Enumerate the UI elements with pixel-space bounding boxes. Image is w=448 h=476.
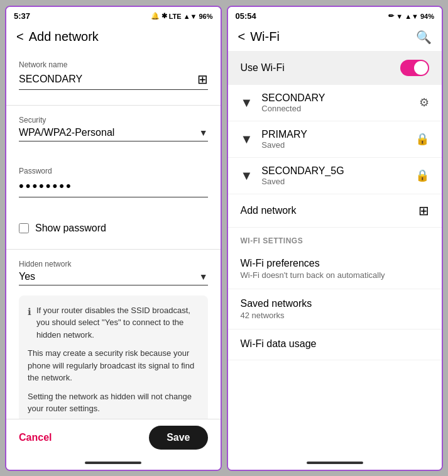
security-dropdown[interactable]: WPA/WPA2-Personal ▼ [19, 127, 208, 141]
info-icon: ℹ [28, 305, 31, 319]
page-title-left: Add network [29, 30, 99, 44]
security-section: Security WPA/WPA2-Personal ▼ [6, 106, 221, 157]
add-network-qr-icon[interactable]: ⊞ [418, 203, 429, 218]
save-button[interactable]: Save [149, 426, 207, 450]
hidden-network-dropdown[interactable]: Yes ▼ [19, 271, 208, 285]
settings-item-sub-preferences: Wi-Fi doesn't turn back on automatically [241, 270, 430, 280]
header-actions: 🔍 [416, 30, 432, 45]
add-network-label: Add network [241, 205, 297, 216]
hidden-network-info-box: ℹ If your router disables the SSID broad… [19, 296, 208, 419]
network-info-secondary5g: SECONDARY_5G Saved [261, 165, 415, 186]
settings-item-saved[interactable]: Saved networks 42 networks [228, 289, 442, 329]
status-bar-right: 05:54 ✏ ▼ ▲▼ 94% [228, 7, 442, 25]
add-network-screen: 5:37 🔔 ✱ LTE ▲▼ 96% < Add network Networ… [5, 6, 222, 471]
home-indicator-right [307, 462, 363, 464]
wifi-strength-icon-primary: ▼ [241, 132, 253, 147]
network-name-section: Network name ⊞ [6, 50, 221, 105]
network-status-secondary5g: Saved [261, 177, 415, 186]
network-name-input-row: ⊞ [19, 72, 208, 90]
add-network-row[interactable]: Add network ⊞ [228, 194, 442, 228]
password-input[interactable]: •••••••• [19, 178, 208, 194]
lock-icon-secondary5g: 🔒 [415, 169, 429, 182]
settings-item-title-preferences: Wi-Fi preferences [241, 258, 430, 269]
edit-icon: ✏ [388, 12, 394, 20]
signal-icon: LTE [169, 13, 182, 20]
network-list: ▼ SECONDARY Connected ⚙ ▼ PRIMARY Saved … [228, 85, 442, 194]
bottom-buttons: Cancel Save [6, 419, 221, 458]
cancel-button[interactable]: Cancel [19, 432, 52, 443]
battery-right: 94% [420, 13, 434, 20]
qr-icon[interactable]: ⊞ [197, 72, 208, 87]
time-right: 05:54 [236, 11, 256, 21]
password-section: Password •••••••• [6, 157, 221, 213]
network-name-input[interactable] [19, 74, 197, 85]
wifi-content: Use Wi-Fi ▼ SECONDARY Connected ⚙ ▼ [228, 51, 442, 458]
lock-icon-primary: 🔒 [415, 132, 429, 146]
settings-item-title-saved: Saved networks [241, 298, 430, 309]
password-input-row: •••••••• [19, 178, 208, 197]
status-icons-left: 🔔 ✱ LTE ▲▼ 96% [151, 12, 213, 20]
show-password-label: Show password [35, 223, 106, 234]
notification-icon: 🔔 [151, 12, 160, 20]
gear-icon-secondary[interactable]: ⚙ [419, 96, 429, 109]
security-label: Security [19, 116, 208, 125]
nav-bar-left [6, 458, 221, 470]
info-line-3: Setting the network as hidden will not c… [28, 390, 199, 415]
back-button-right[interactable]: < [238, 30, 246, 44]
info-text-block: If your router disables the SSID broadca… [36, 304, 199, 341]
settings-item-title-data-usage: Wi-Fi data usage [241, 338, 430, 350]
page-title-right: Wi-Fi [250, 30, 280, 44]
network-status-primary: Saved [261, 140, 415, 150]
network-status-secondary: Connected [261, 104, 419, 113]
hidden-network-arrow-icon: ▼ [199, 272, 208, 282]
settings-item-sub-saved: 42 networks [241, 311, 430, 320]
security-value: WPA/WPA2-Personal [19, 127, 199, 138]
nav-bar-right [228, 458, 442, 470]
network-item-secondary[interactable]: ▼ SECONDARY Connected ⚙ [228, 85, 442, 121]
settings-item-data-usage[interactable]: Wi-Fi data usage [228, 329, 442, 360]
back-button-left[interactable]: < [16, 30, 24, 44]
battery-left: 96% [199, 13, 212, 20]
network-name-secondary5g: SECONDARY_5G [261, 165, 415, 177]
info-line-2: This may create a security risk because … [28, 347, 199, 384]
network-name-secondary: SECONDARY [261, 92, 419, 104]
hidden-network-value: Yes [19, 271, 199, 282]
network-info-primary: PRIMARY Saved [261, 129, 415, 150]
bluetooth-icon: ✱ [161, 12, 167, 20]
network-name-label: Network name [19, 60, 208, 69]
status-bar-left: 5:37 🔔 ✱ LTE ▲▼ 96% [6, 7, 221, 25]
wifi-screen: 05:54 ✏ ▼ ▲▼ 94% < Wi-Fi 🔍 Use Wi-Fi [227, 6, 444, 471]
info-line-1: If your router disables the SSID broadca… [36, 304, 199, 341]
wifi-signal-icon: ▲▼ [183, 13, 197, 20]
show-password-checkbox[interactable] [19, 223, 29, 233]
network-info-secondary: SECONDARY Connected [261, 92, 419, 113]
wifi-strength-icon-secondary5g: ▼ [241, 169, 253, 183]
use-wifi-label: Use Wi-Fi [241, 62, 285, 74]
security-arrow-icon: ▼ [199, 128, 208, 138]
wifi-header: < Wi-Fi 🔍 [228, 25, 442, 51]
show-password-section: Show password [6, 213, 221, 249]
info-box-header: ℹ If your router disables the SSID broad… [28, 304, 199, 341]
network-item-secondary5g[interactable]: ▼ SECONDARY_5G Saved 🔒 [228, 158, 442, 194]
password-label: Password [19, 167, 208, 175]
network-item-primary[interactable]: ▼ PRIMARY Saved 🔒 [228, 121, 442, 158]
wifi-icon-status: ▼ [396, 13, 403, 20]
network-name-primary: PRIMARY [261, 129, 415, 140]
hidden-network-label: Hidden network [19, 260, 208, 268]
wifi-toggle-row[interactable]: Use Wi-Fi [228, 51, 442, 85]
wifi-settings-header: WI-FI SETTINGS [228, 228, 442, 249]
add-network-content: Network name ⊞ Security WPA/WPA2-Persona… [6, 50, 221, 419]
home-indicator-left [85, 462, 141, 464]
signal-right-icon: ▲▼ [405, 13, 418, 20]
hidden-network-section: Hidden network Yes ▼ ℹ If your router di… [6, 250, 221, 419]
add-network-header: < Add network [6, 25, 221, 50]
wifi-strength-icon-secondary: ▼ [241, 96, 253, 110]
wifi-toggle-switch[interactable] [400, 60, 429, 76]
search-icon[interactable]: 🔍 [416, 30, 432, 44]
status-icons-right: ✏ ▼ ▲▼ 94% [388, 12, 434, 20]
settings-item-preferences[interactable]: Wi-Fi preferences Wi-Fi doesn't turn bac… [228, 249, 442, 289]
time-left: 5:37 [14, 11, 30, 21]
show-password-row: Show password [19, 223, 208, 234]
